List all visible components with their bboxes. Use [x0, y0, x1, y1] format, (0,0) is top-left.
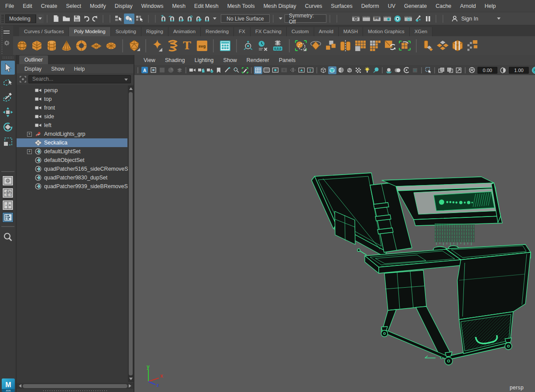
- snap-to-grid-button[interactable]: [159, 14, 168, 24]
- reduce-button[interactable]: [368, 38, 382, 54]
- shelf-tab-curves-surfaces[interactable]: Curves / Surfaces: [19, 27, 69, 36]
- select-component-button[interactable]: [134, 14, 145, 24]
- layout-two-pane[interactable]: +: [2, 200, 14, 210]
- modeling-toolkit-button[interactable]: [218, 38, 232, 54]
- svg-tool-button[interactable]: svg: [195, 38, 209, 54]
- booleans-button[interactable]: [294, 38, 308, 54]
- outliner-resize-grip[interactable]: [17, 389, 134, 392]
- camera-aperture-icon[interactable]: [402, 66, 411, 74]
- pie-view-icon[interactable]: [167, 66, 175, 74]
- paint-selection-tool[interactable]: [1, 90, 15, 104]
- poly-disc-button[interactable]: [104, 38, 118, 54]
- menu-file[interactable]: File: [1, 3, 18, 9]
- menu-display[interactable]: Display: [110, 3, 137, 9]
- shelf-tab-mash[interactable]: MASH: [339, 27, 363, 36]
- platonic-solid-button[interactable]: [127, 38, 141, 54]
- light-editor-button[interactable]: [413, 14, 424, 24]
- smooth-shade-mode-icon[interactable]: [328, 66, 336, 74]
- bookmark-icon[interactable]: [215, 66, 223, 74]
- layout-outliner-persp[interactable]: [2, 212, 14, 223]
- wireframe-mode-icon[interactable]: [319, 66, 328, 74]
- shelf-tab-arnold[interactable]: Arnold: [314, 27, 339, 36]
- 2d-pan-zoom-icon[interactable]: [232, 66, 240, 74]
- vp-menu-lighting[interactable]: Lighting: [190, 57, 219, 63]
- combine-button[interactable]: [309, 38, 323, 54]
- poly-torus-button[interactable]: [74, 38, 89, 54]
- poly-helix-button[interactable]: [165, 38, 179, 54]
- expand-toggle[interactable]: +: [27, 149, 32, 154]
- outliner-item-seckalica[interactable]: Seckalica: [17, 138, 127, 147]
- toolbar-grip[interactable]: [1, 14, 4, 23]
- shelf-tab-motion-graphics[interactable]: Motion Graphics: [363, 27, 410, 36]
- multi-cut-button[interactable]: [436, 38, 450, 54]
- vp-menu-show[interactable]: Show: [219, 57, 242, 63]
- render-setup-button[interactable]: [403, 14, 413, 24]
- snap-to-curve-button[interactable]: [168, 14, 176, 24]
- menu-cache[interactable]: Cache: [431, 3, 456, 9]
- scrollbar-thumb[interactable]: [129, 92, 133, 375]
- layout-single-pane[interactable]: [2, 175, 14, 186]
- scale-tool[interactable]: [1, 135, 15, 149]
- object-selection-mode-icon[interactable]: [424, 66, 432, 74]
- menu-select[interactable]: Select: [62, 3, 86, 9]
- select-tool[interactable]: [1, 61, 15, 75]
- menu-generate[interactable]: Generate: [400, 3, 431, 9]
- quad-draw-button[interactable]: [465, 38, 480, 54]
- zoom-tool[interactable]: [1, 230, 15, 244]
- exposure-icon[interactable]: [468, 66, 476, 74]
- image-plane-icon[interactable]: [223, 66, 232, 74]
- poly-plane-button[interactable]: [89, 38, 103, 54]
- outliner-tab[interactable]: Outliner: [19, 55, 48, 64]
- vp-menu-renderer[interactable]: Renderer: [242, 57, 274, 63]
- outliner-item-front[interactable]: front: [17, 103, 127, 112]
- redo-button[interactable]: [91, 14, 99, 24]
- all-lights-icon[interactable]: [363, 66, 371, 74]
- menu-uv[interactable]: UV: [384, 3, 400, 9]
- frame-selected-icon[interactable]: [158, 66, 166, 74]
- menu-edit-mesh[interactable]: Edit Mesh: [190, 3, 223, 9]
- color-managed-badge[interactable]: A: [141, 66, 149, 74]
- rotate-tool[interactable]: [1, 120, 15, 134]
- expand-toggle[interactable]: +: [27, 132, 32, 137]
- wireframe-on-shaded-icon[interactable]: [337, 66, 345, 74]
- outliner-item-quadpatcher5165[interactable]: quadPatcher5165_sideCRemoveSet: [17, 165, 127, 173]
- menu-deform[interactable]: Deform: [357, 3, 384, 9]
- menu-surfaces[interactable]: Surfaces: [326, 3, 357, 9]
- shelf-tab-rigging[interactable]: Rigging: [141, 27, 168, 36]
- shelf-tab-fx[interactable]: FX: [234, 27, 250, 36]
- render-settings-button[interactable]: [382, 14, 392, 24]
- isolate-select-icon[interactable]: [437, 66, 446, 74]
- move-tool[interactable]: [1, 105, 15, 119]
- outliner-item-quadpatcher9830[interactable]: quadPatcher9830_dupSet: [17, 173, 127, 182]
- save-scene-button[interactable]: [72, 14, 82, 24]
- shelf-gear-icon[interactable]: [3, 40, 10, 46]
- outliner-menu-show[interactable]: Show: [47, 66, 69, 72]
- outliner-menu-help[interactable]: Help: [69, 66, 89, 72]
- shelf-tab-xgen[interactable]: XGen: [410, 27, 432, 36]
- shelf-tab-poly-modeling[interactable]: Poly Modeling: [69, 27, 110, 36]
- camera-attributes-icon[interactable]: [206, 66, 214, 74]
- type-tool-button[interactable]: T: [180, 38, 194, 54]
- render-view-button[interactable]: [350, 14, 361, 24]
- menu-curves[interactable]: Curves: [301, 3, 327, 9]
- color-management-toggle[interactable]: ON: [532, 67, 535, 74]
- anti-alias-icon[interactable]: [411, 66, 419, 74]
- isolate-add-icon[interactable]: [446, 66, 454, 74]
- wrap-button[interactable]: [450, 38, 465, 54]
- outliner-item-defaultobjectset[interactable]: defaultObjectSet: [17, 156, 127, 165]
- make-live-button[interactable]: [194, 14, 202, 24]
- menu-mesh-tools[interactable]: Mesh Tools: [223, 3, 259, 9]
- menu-edit[interactable]: Edit: [18, 3, 37, 9]
- outliner-item-quadpatcher9939[interactable]: quadPatcher9939_sideBRemoveSet: [17, 182, 127, 191]
- outliner-item-side[interactable]: side: [17, 112, 127, 121]
- symmetry-field[interactable]: Symmetry: Off: [285, 14, 326, 23]
- open-scene-button[interactable]: [61, 14, 72, 24]
- outliner-item-defaultlightset[interactable]: + defaultLightSet: [17, 147, 127, 156]
- menu-mesh-display[interactable]: Mesh Display: [259, 3, 301, 9]
- ipr-render-button[interactable]: IPR: [371, 14, 382, 24]
- use-default-material-icon[interactable]: [354, 66, 363, 74]
- separate-button[interactable]: [323, 38, 338, 54]
- scroll-left-arrow[interactable]: [19, 384, 21, 388]
- gamma-icon[interactable]: [499, 66, 508, 74]
- center-pivot-button[interactable]: [241, 38, 255, 54]
